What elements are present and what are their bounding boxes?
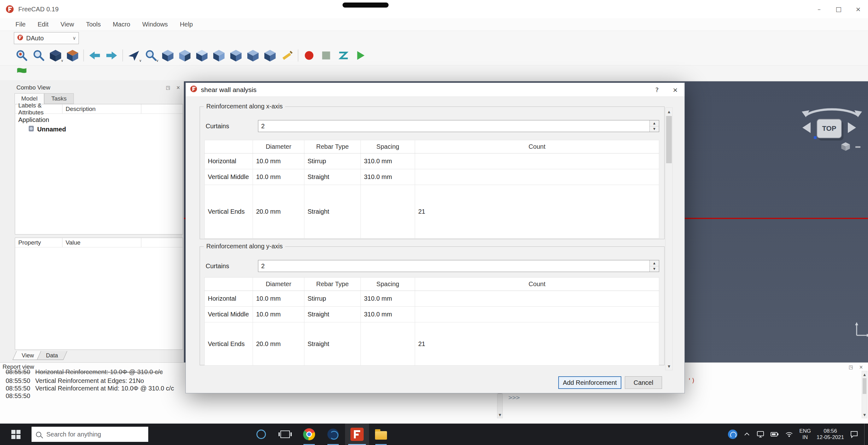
table-cell[interactable]: 10.0 mm [253, 169, 304, 185]
navcube-top-face[interactable]: TOP [816, 119, 842, 138]
navcube-menu-icon[interactable] [856, 146, 861, 148]
tree-item-unnamed[interactable]: Unnamed [28, 125, 66, 134]
table-cell[interactable]: 21 [415, 322, 659, 366]
workbench-selector[interactable]: DAuto ∨ [14, 32, 79, 44]
table-cell[interactable]: Straight [304, 307, 361, 322]
menu-macro[interactable]: Macro [106, 21, 136, 28]
close-panel-icon[interactable]: × [175, 84, 182, 92]
spin-up-button[interactable]: ▲ [650, 260, 659, 266]
macro-edit-icon[interactable] [336, 48, 351, 63]
rotate-arrows-icon[interactable] [798, 100, 866, 118]
close-panel-icon[interactable]: × [857, 364, 865, 371]
tab-data[interactable]: Data [37, 351, 67, 360]
view-left-icon[interactable] [262, 48, 278, 63]
scroll-down-icon[interactable]: ▼ [497, 412, 502, 418]
file-explorer-button[interactable] [369, 423, 393, 445]
wifi-icon[interactable] [785, 430, 794, 438]
float-panel-icon[interactable]: ◳ [847, 364, 855, 371]
zoom-all-icon[interactable] [14, 48, 29, 63]
nav-back-icon[interactable] [87, 48, 102, 63]
spin-down-button[interactable]: ▼ [650, 266, 659, 272]
view-isometric-icon[interactable]: ∨ [48, 48, 63, 63]
scrollbar-thumb[interactable] [863, 378, 866, 394]
minimize-button[interactable]: – [809, 0, 829, 18]
search-input[interactable] [46, 431, 144, 438]
start-button[interactable] [0, 423, 32, 445]
spin-up-button[interactable]: ▲ [650, 121, 659, 126]
table-cell[interactable]: Straight [304, 169, 361, 185]
view-axonometric-icon[interactable] [160, 48, 175, 63]
view-front-icon[interactable] [177, 48, 192, 63]
dialog-scrollbar[interactable]: ▲ ▼ [665, 107, 673, 370]
close-button[interactable]: × [848, 0, 868, 18]
zoom-selection-icon[interactable] [31, 48, 46, 63]
spin-down-button[interactable]: ▼ [650, 126, 659, 132]
menu-windows[interactable]: Windows [136, 21, 174, 28]
action-center-icon[interactable] [850, 430, 859, 439]
menu-tools[interactable]: Tools [80, 21, 107, 28]
dialog-titlebar[interactable]: shear wall analysis ? × [186, 83, 684, 97]
scrollbar-thumb[interactable] [666, 116, 672, 163]
app-button[interactable] [321, 423, 345, 445]
table-cell[interactable] [415, 169, 659, 185]
view-top-icon[interactable] [194, 48, 210, 63]
view-right-icon[interactable] [211, 48, 226, 63]
hidden-icons-chevron[interactable] [743, 431, 751, 438]
zoom-tools-icon[interactable]: ∨ [143, 48, 158, 63]
menu-view[interactable]: View [55, 21, 80, 28]
maximize-button[interactable]: □ [829, 0, 848, 18]
table-cell[interactable]: 20.0 mm [253, 322, 304, 366]
rotate-right-arrow-icon[interactable] [848, 122, 856, 133]
language-indicator[interactable]: ENGIN [799, 428, 811, 441]
menu-edit[interactable]: Edit [32, 21, 54, 28]
table-cell[interactable] [415, 291, 659, 307]
macro-stop-icon[interactable] [318, 48, 334, 63]
link-view-icon[interactable]: ∨ [126, 48, 141, 63]
table-cell[interactable]: 10.0 mm [253, 153, 304, 169]
monitor-icon[interactable] [756, 430, 765, 438]
cancel-button[interactable]: Cancel [625, 376, 662, 389]
blue-circle-icon[interactable] [728, 430, 737, 439]
macro-play-icon[interactable] [352, 48, 368, 63]
nav-forward-icon[interactable] [104, 48, 119, 63]
table-cell[interactable]: 310.0 mm [361, 291, 415, 307]
table-cell[interactable]: 310.0 mm [361, 307, 415, 322]
table-cell[interactable] [361, 322, 415, 366]
view-fit-icon[interactable] [65, 48, 80, 63]
measure-icon[interactable] [279, 48, 294, 63]
table-cell[interactable]: 310.0 mm [361, 169, 415, 185]
view-bottom-icon[interactable] [245, 48, 260, 63]
console-prompt-line[interactable]: >>> [508, 393, 520, 401]
scroll-up-icon[interactable]: ▲ [665, 108, 673, 115]
table-cell[interactable]: Stirrup [304, 153, 361, 169]
curtains-spinbox[interactable]: 2 ▲ ▼ [258, 120, 659, 132]
battery-icon[interactable] [770, 430, 779, 438]
add-reinforcement-button[interactable]: Add Reinforcement [558, 376, 621, 389]
table-cell[interactable] [361, 185, 415, 239]
scroll-up-icon[interactable]: ▲ [862, 371, 867, 378]
console-scrollbar[interactable]: ▲ ▼ [862, 371, 867, 418]
dialog-close-button[interactable]: × [666, 83, 684, 97]
table-cell[interactable]: 310.0 mm [361, 153, 415, 169]
chrome-button[interactable] [297, 423, 321, 445]
cortana-button[interactable] [249, 423, 273, 445]
table-cell[interactable]: Straight [304, 185, 361, 239]
table-cell[interactable]: 20.0 mm [253, 185, 304, 239]
table-cell[interactable]: 10.0 mm [253, 291, 304, 307]
show-desktop-button[interactable] [864, 423, 867, 445]
float-panel-icon[interactable]: ◳ [164, 84, 172, 92]
table-cell[interactable]: Straight [304, 322, 361, 366]
mini-cube-icon[interactable] [840, 141, 851, 153]
table-cell[interactable]: Stirrup [304, 291, 361, 307]
menu-help[interactable]: Help [174, 21, 199, 28]
table-cell[interactable]: 10.0 mm [253, 307, 304, 322]
taskbar-search[interactable] [32, 427, 148, 442]
dauto-tool-icon[interactable] [14, 65, 29, 80]
macro-record-icon[interactable] [302, 48, 317, 63]
scroll-down-icon[interactable]: ▼ [665, 363, 673, 370]
menu-file[interactable]: File [9, 21, 32, 28]
rotate-left-arrow-icon[interactable] [802, 122, 811, 133]
clock[interactable]: 08:5612-05-2021 [816, 428, 844, 441]
scroll-down-icon[interactable]: ▼ [862, 412, 867, 418]
table-cell[interactable] [415, 307, 659, 322]
